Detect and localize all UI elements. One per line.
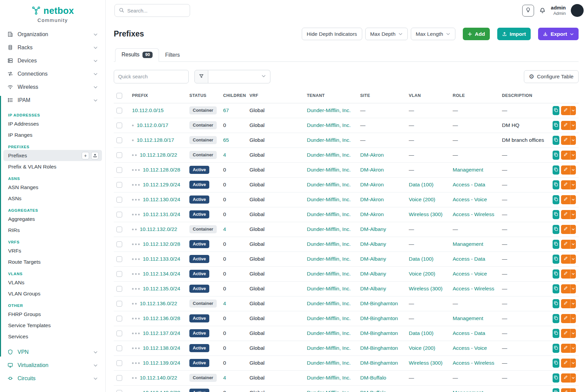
clone-button[interactable] xyxy=(553,388,559,392)
site-link[interactable]: DM-Buffalo xyxy=(360,375,386,381)
row-checkbox[interactable] xyxy=(116,360,122,366)
row-checkbox[interactable] xyxy=(116,167,122,173)
sidebar-item-prefix-vlan-roles[interactable]: Prefix & VLAN Roles xyxy=(3,161,102,172)
tenant-link[interactable]: Dunder-Mifflin, Inc. xyxy=(307,152,351,158)
row-checkbox[interactable] xyxy=(116,123,122,128)
role-link[interactable]: Access - Voice xyxy=(453,197,487,202)
tenant-link[interactable]: Dunder-Mifflin, Inc. xyxy=(307,345,351,351)
edit-button[interactable] xyxy=(561,269,570,279)
theme-toggle-button[interactable] xyxy=(522,5,534,17)
tenant-link[interactable]: Dunder-Mifflin, Inc. xyxy=(307,197,351,202)
max-length-dropdown[interactable]: Max Length xyxy=(411,28,455,40)
site-link[interactable]: DM-Buffalo xyxy=(360,390,386,392)
role-link[interactable]: Management xyxy=(453,390,483,392)
role-link[interactable]: Access - Wireless xyxy=(453,211,494,217)
clone-button[interactable] xyxy=(553,269,559,279)
vlan-link[interactable]: Voice (200) xyxy=(409,345,435,351)
role-link[interactable]: Access - Data xyxy=(453,256,485,262)
column-header-status[interactable]: STATUS xyxy=(187,90,220,103)
edit-button[interactable] xyxy=(561,136,570,145)
sidebar-item-virtualization[interactable]: Virtualization xyxy=(3,359,102,372)
prefix-link[interactable]: 10.112.128.0/22 xyxy=(140,152,177,158)
sidebar-item-ip-addresses[interactable]: IP Addresses xyxy=(3,118,102,129)
edit-dropdown-button[interactable] xyxy=(570,284,576,293)
tenant-link[interactable]: Dunder-Mifflin, Inc. xyxy=(307,241,351,247)
tenant-link[interactable]: Dunder-Mifflin, Inc. xyxy=(307,211,351,217)
children-count-link[interactable]: 67 xyxy=(223,107,229,113)
sidebar-item-ip-ranges[interactable]: IP Ranges xyxy=(3,129,102,140)
vlan-link[interactable]: Data (100) xyxy=(409,330,433,336)
edit-button[interactable] xyxy=(561,314,570,323)
clone-button[interactable] xyxy=(553,151,559,160)
row-checkbox[interactable] xyxy=(116,137,122,143)
edit-dropdown-button[interactable] xyxy=(570,329,576,338)
row-checkbox[interactable] xyxy=(116,390,122,392)
role-link[interactable]: Management xyxy=(453,167,483,173)
vlan-link[interactable]: Data (100) xyxy=(409,182,433,187)
row-checkbox[interactable] xyxy=(116,271,122,277)
role-link[interactable]: Management xyxy=(453,315,483,321)
row-checkbox[interactable] xyxy=(116,345,122,351)
tab-filters[interactable]: Filters xyxy=(159,49,186,61)
edit-button[interactable] xyxy=(561,180,570,189)
children-count-link[interactable]: 4 xyxy=(223,300,226,306)
edit-dropdown-button[interactable] xyxy=(570,344,576,353)
tenant-link[interactable]: Dunder-Mifflin, Inc. xyxy=(307,107,351,113)
clone-button[interactable] xyxy=(553,240,559,249)
edit-button[interactable] xyxy=(561,121,570,130)
prefix-link[interactable]: 10.112.136.0/28 xyxy=(143,315,180,321)
prefix-link[interactable]: 10.112.128.0/28 xyxy=(143,167,180,173)
site-link[interactable]: DM-Binghamton xyxy=(360,360,398,366)
clone-button[interactable] xyxy=(553,299,559,308)
column-header-tenant[interactable]: TENANT xyxy=(304,90,357,103)
sidebar-item-vlan-groups[interactable]: VLAN Groups xyxy=(3,288,102,299)
prefix-link[interactable]: 10.112.138.0/24 xyxy=(143,345,180,351)
site-link[interactable]: DM-Akron xyxy=(360,197,384,202)
role-link[interactable]: Access - Data xyxy=(453,330,485,336)
tab-results[interactable]: Results 90 xyxy=(115,48,159,62)
row-checkbox[interactable] xyxy=(116,197,122,203)
sidebar-item-racks[interactable]: Racks xyxy=(3,41,102,54)
site-link[interactable]: DM-Akron xyxy=(360,152,384,158)
edit-dropdown-button[interactable] xyxy=(570,255,576,264)
edit-dropdown-button[interactable] xyxy=(570,240,576,249)
sidebar-item-organization[interactable]: Organization xyxy=(3,28,102,41)
filter-button[interactable] xyxy=(194,70,208,83)
clone-button[interactable] xyxy=(553,329,559,338)
sidebar-item-ipam[interactable]: IPAM xyxy=(3,94,102,107)
role-link[interactable]: Access - Wireless xyxy=(453,286,494,291)
sidebar-item-circuits[interactable]: Circuits xyxy=(3,372,102,385)
prefix-link[interactable]: 10.112.129.0/24 xyxy=(143,182,180,187)
clone-button[interactable] xyxy=(553,136,559,145)
tenant-link[interactable]: Dunder-Mifflin, Inc. xyxy=(307,256,351,262)
prefix-link[interactable]: 10.112.140.0/22 xyxy=(140,375,177,381)
site-link[interactable]: DM-Albany xyxy=(360,271,386,277)
sidebar-item-fhrp-groups[interactable]: FHRP Groups xyxy=(3,309,102,320)
column-header-vrf[interactable]: VRF xyxy=(247,90,304,103)
clone-button[interactable] xyxy=(553,255,559,264)
tenant-link[interactable]: Dunder-Mifflin, Inc. xyxy=(307,360,351,366)
clone-button[interactable] xyxy=(553,165,559,175)
site-link[interactable]: DM-Akron xyxy=(360,211,384,217)
vlan-link[interactable]: Voice (200) xyxy=(409,271,435,277)
prefix-link[interactable]: 10.112.133.0/24 xyxy=(143,256,180,262)
column-header-vlan[interactable]: VLAN xyxy=(406,90,450,103)
role-link[interactable]: Access - Wireless xyxy=(453,360,494,366)
vlan-link[interactable]: Wireless (300) xyxy=(409,286,443,291)
clone-button[interactable] xyxy=(553,210,559,219)
children-count-link[interactable]: 4 xyxy=(223,375,226,381)
global-search[interactable] xyxy=(114,4,190,17)
vlan-link[interactable]: Data (100) xyxy=(409,256,433,262)
edit-dropdown-button[interactable] xyxy=(570,121,576,130)
sidebar-item-services[interactable]: Services xyxy=(3,331,102,342)
edit-dropdown-button[interactable] xyxy=(570,388,576,392)
tenant-link[interactable]: Dunder-Mifflin, Inc. xyxy=(307,315,351,321)
role-link[interactable]: Access - Voice xyxy=(453,345,487,351)
clone-button[interactable] xyxy=(553,121,559,130)
edit-dropdown-button[interactable] xyxy=(570,210,576,219)
vlan-link[interactable]: Wireless (300) xyxy=(409,211,443,217)
prefix-link[interactable]: 10.112.132.0/28 xyxy=(143,241,180,247)
tenant-link[interactable]: Dunder-Mifflin, Inc. xyxy=(307,167,351,173)
edit-button[interactable] xyxy=(561,388,570,392)
sidebar-item-wireless[interactable]: Wireless xyxy=(3,80,102,94)
